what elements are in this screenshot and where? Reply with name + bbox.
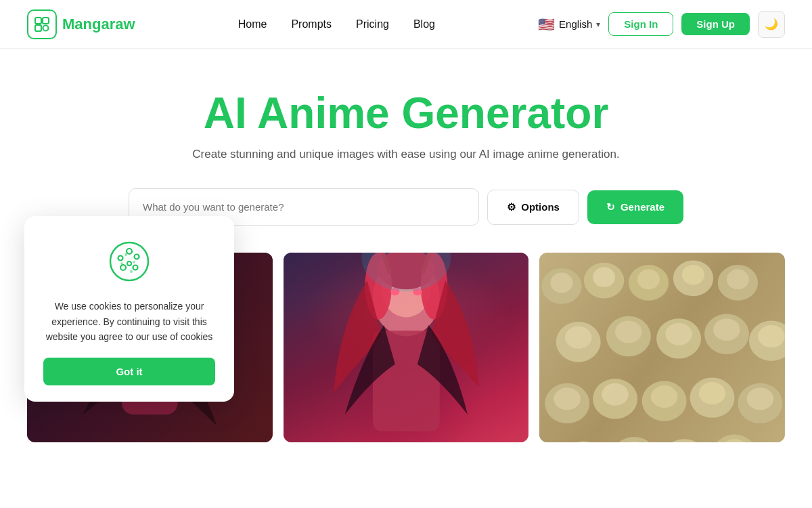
svg-point-3	[43, 25, 49, 30]
svg-point-82	[120, 262, 123, 265]
gear-icon: ⚙	[507, 201, 516, 213]
flag-icon: 🇺🇸	[538, 16, 555, 33]
got-it-button[interactable]: Got it	[43, 358, 215, 385]
chevron-down-icon: ▾	[596, 20, 600, 29]
refresh-icon: ↻	[606, 201, 615, 213]
image-grid: We use cookies to personalize your exper…	[0, 253, 812, 442]
svg-point-74	[127, 249, 132, 254]
nav-prompts[interactable]: Prompts	[291, 18, 332, 30]
logo-link[interactable]: Mangaraw	[27, 9, 135, 39]
cookie-banner: We use cookies to personalize your exper…	[24, 216, 234, 402]
language-selector[interactable]: 🇺🇸 English ▾	[538, 16, 600, 33]
nav-blog[interactable]: Blog	[413, 18, 435, 30]
nav-home[interactable]: Home	[238, 18, 267, 30]
theme-toggle-button[interactable]: 🌙	[758, 11, 785, 38]
svg-rect-1	[43, 18, 49, 24]
options-button[interactable]: ⚙ Options	[487, 190, 579, 225]
options-label: Options	[521, 201, 560, 213]
nav-right: 🇺🇸 English ▾ Sign In Sign Up 🌙	[538, 11, 785, 38]
image-card-3	[539, 253, 785, 442]
main-content: AI Anime Generator Create stunning and u…	[0, 49, 812, 442]
svg-point-83	[130, 270, 133, 273]
logo-text: Mangaraw	[62, 16, 135, 33]
nav-pricing[interactable]: Pricing	[356, 18, 389, 30]
svg-point-79	[127, 261, 131, 266]
svg-point-77	[120, 265, 126, 270]
svg-point-81	[133, 261, 135, 263]
cookie-message: We use cookies to personalize your exper…	[43, 299, 215, 344]
signin-button[interactable]: Sign In	[608, 12, 673, 36]
moon-icon: 🌙	[765, 18, 778, 30]
cookie-icon	[106, 238, 153, 285]
logo-icon	[27, 9, 57, 39]
generate-label: Generate	[621, 201, 664, 213]
language-label: English	[559, 18, 592, 30]
svg-point-75	[118, 256, 123, 261]
svg-rect-2	[35, 25, 41, 31]
image-card-2	[284, 253, 529, 442]
navbar: Mangaraw Home Prompts Pricing Blog 🇺🇸 En…	[0, 0, 812, 49]
cookie-icon-wrapper	[43, 238, 215, 288]
svg-point-80	[125, 253, 127, 256]
hero-title: AI Anime Generator	[0, 89, 812, 137]
nav-links: Home Prompts Pricing Blog	[238, 18, 435, 30]
hero-subtitle: Create stunning and unique images with e…	[0, 148, 812, 161]
svg-rect-0	[35, 18, 41, 24]
svg-point-76	[135, 255, 139, 259]
svg-point-78	[133, 266, 138, 270]
generate-button[interactable]: ↻ Generate	[587, 190, 683, 224]
signup-button[interactable]: Sign Up	[681, 13, 750, 35]
svg-rect-72	[539, 253, 785, 442]
